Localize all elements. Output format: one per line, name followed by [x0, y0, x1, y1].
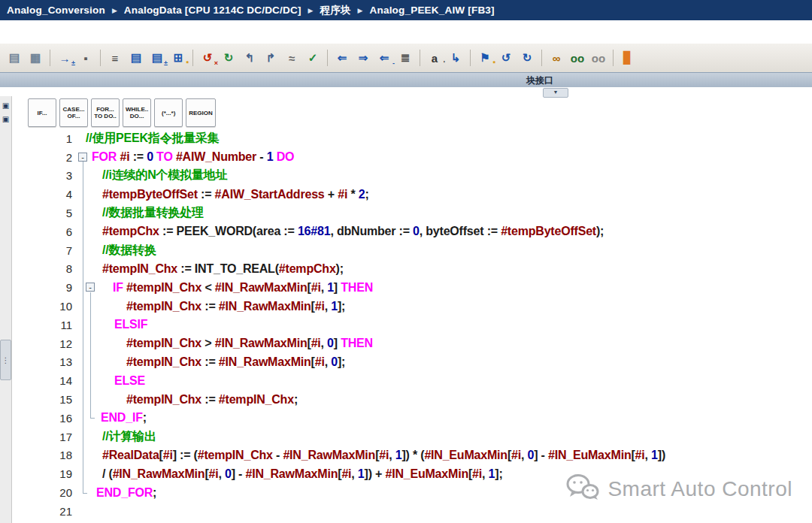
- consistency-check-icon[interactable]: ✓: [303, 49, 323, 67]
- indent-icon[interactable]: ⇒: [353, 49, 373, 67]
- left-edge-strip: ▣▣⋮: [0, 96, 12, 523]
- code-text: //使用PEEK指令批量采集: [72, 131, 812, 147]
- outdent-icon[interactable]: ⇐: [332, 49, 352, 67]
- code-line[interactable]: 4#tempByteOffSet := #AIW_StartAddress + …: [12, 185, 812, 204]
- code-line[interactable]: 2FOR #i := 0 TO #AIW_Number - 1 DO: [12, 148, 812, 167]
- open-blocks-icon[interactable]: ▤: [126, 49, 146, 67]
- code-text: / (#IN_RawMaxMin[#i, 0] - #IN_RawMaxMin[…: [72, 467, 812, 481]
- insert-row-icon[interactable]: →±: [55, 49, 74, 67]
- code-text: //i连续的N个模拟量地址: [72, 168, 812, 183]
- line-number: 1: [12, 132, 72, 145]
- favorites-icon-glyph: ⊞: [174, 51, 183, 65]
- renumber-icon-glyph: ≣: [401, 51, 411, 65]
- breadcrumb-separator-icon: ▶: [358, 7, 363, 14]
- monitor-off-icon[interactable]: oo: [589, 49, 608, 67]
- scl-code-editor[interactable]: 1//使用PEEK指令批量采集2FOR #i := 0 TO #AIW_Numb…: [12, 129, 812, 523]
- decrease-indent-icon[interactable]: ⇐-: [374, 49, 394, 67]
- favorites-icon[interactable]: ⊞*: [168, 49, 188, 67]
- declarations-pane-icon[interactable]: ▣: [1, 101, 11, 110]
- call-environment-icon[interactable]: ↺: [496, 49, 516, 67]
- collapse-region-icon[interactable]: -: [78, 153, 87, 162]
- code-line[interactable]: 8#tempIN_Chx := INT_TO_REAL(#tempChx);: [12, 260, 812, 279]
- go-to-next-icon[interactable]: ↻: [219, 49, 238, 67]
- toolbar-separator: [541, 50, 542, 66]
- update-call-icon[interactable]: ↻: [517, 49, 537, 67]
- view-grid-icon-glyph: ▦: [30, 51, 41, 65]
- link-icon[interactable]: ∞: [547, 49, 566, 67]
- tab-if[interactable]: IF...: [28, 98, 56, 127]
- display-format-icon[interactable]: a': [425, 49, 444, 67]
- breadcrumb: Analog_Conversion▶AnalogData [CPU 1214C …: [0, 0, 812, 20]
- code-text: #tempIN_Chx := INT_TO_REAL(#tempChx);: [72, 262, 812, 276]
- panel-splitter-handle[interactable]: ⋮: [0, 340, 11, 380]
- expand-blocks-icon[interactable]: ▤±: [147, 49, 167, 67]
- jump-back-icon[interactable]: ↰: [240, 49, 259, 67]
- pin-icon[interactable]: ▪: [76, 49, 95, 67]
- line-number: 17: [12, 431, 72, 443]
- flag-icon[interactable]: ⚑*: [475, 49, 495, 67]
- jump-forward-icon[interactable]: ↱: [261, 49, 280, 67]
- view-split-icon[interactable]: ▤: [5, 49, 24, 67]
- tab-while-do[interactable]: WHILE.. DO...: [123, 98, 151, 127]
- code-line[interactable]: 20END_FOR;: [12, 483, 812, 502]
- code-line[interactable]: 21: [12, 502, 812, 521]
- breadcrumb-item[interactable]: 程序块: [320, 4, 351, 17]
- line-list-icon[interactable]: ≡: [105, 49, 125, 67]
- compare-icon[interactable]: ≈: [282, 49, 301, 67]
- code-line[interactable]: 11ELSIF: [12, 316, 812, 334]
- breadcrumb-separator-icon: ▶: [112, 7, 117, 14]
- breadcrumb-item[interactable]: AnalogData [CPU 1214C DC/DC/DC]: [124, 5, 301, 16]
- monitor-on-icon[interactable]: oo: [568, 49, 587, 67]
- code-text: #tempIN_Chx := #tempIN_Chx;: [72, 393, 812, 407]
- code-line[interactable]: 14ELSE: [12, 371, 812, 390]
- tab-comment[interactable]: (*...*): [154, 98, 183, 127]
- code-line[interactable]: 15#tempIN_Chx := #tempIN_Chx;: [12, 390, 812, 409]
- construct-tab-row: IF...CASE... OF...FOR... TO DO..WHILE.. …: [28, 98, 216, 127]
- breadcrumb-item[interactable]: Analog_Conversion: [7, 5, 105, 16]
- code-line[interactable]: 13#tempIN_Chx := #IN_RawMaxMin[#i, 0];: [12, 353, 812, 372]
- line-number: 13: [12, 355, 72, 368]
- safety-mode-icon[interactable]: ▊: [618, 49, 638, 67]
- snippets-pane-icon[interactable]: ▣: [1, 114, 11, 124]
- code-text: //数据转换: [72, 243, 812, 258]
- code-line[interactable]: 10#tempIN_Chx := #IN_RawMaxMin[#i, 1];: [12, 297, 812, 316]
- monitor-off-icon-glyph: oo: [592, 52, 605, 65]
- decrease-indent-icon-glyph: ⇐: [380, 51, 389, 65]
- code-text: #tempIN_Chx := #IN_RawMaxMin[#i, 1];: [72, 300, 812, 313]
- breadcrumb-item[interactable]: Analog_PEEK_AIW [FB3]: [370, 5, 495, 16]
- code-line[interactable]: 16END_IF;: [12, 409, 812, 428]
- tab-for-to-do[interactable]: FOR... TO DO..: [91, 98, 120, 127]
- code-text: END_FOR;: [72, 486, 812, 500]
- fold-guide-tick: [90, 418, 95, 419]
- view-grid-icon[interactable]: ▦: [26, 49, 45, 67]
- jump-forward-icon-glyph: ↱: [266, 51, 276, 65]
- go-to-next-icon-glyph: ↻: [224, 51, 234, 65]
- line-number: 15: [12, 393, 72, 406]
- code-text: #tempChx := PEEK_WORD(area := 16#81, dbN…: [72, 225, 812, 238]
- line-list-icon-glyph: ≡: [112, 52, 119, 65]
- code-line[interactable]: 1//使用PEEK指令批量采集: [12, 129, 812, 148]
- code-line[interactable]: 3//i连续的N个模拟量地址: [12, 167, 812, 186]
- tab-case-of[interactable]: CASE... OF...: [59, 98, 88, 127]
- breadcrumb-separator-icon: ▶: [308, 7, 314, 14]
- code-line[interactable]: 19/ (#IN_RawMaxMin[#i, 0] - #IN_RawMaxMi…: [12, 464, 812, 483]
- code-line[interactable]: 7//数据转换: [12, 241, 812, 260]
- code-line[interactable]: 17//计算输出: [12, 428, 812, 446]
- renumber-icon[interactable]: ≣: [395, 49, 415, 67]
- code-line[interactable]: 5//数据批量转换处理: [12, 204, 812, 222]
- line-number: 2: [12, 151, 72, 164]
- code-line[interactable]: 12#tempIN_Chx > #IN_RawMaxMin[#i, 0] THE…: [12, 334, 812, 353]
- interface-collapse-handle[interactable]: ▼: [543, 88, 568, 98]
- insert-network-icon[interactable]: ↳: [446, 49, 465, 67]
- code-line[interactable]: 6#tempChx := PEEK_WORD(area := 16#81, db…: [12, 222, 812, 241]
- update-call-icon-glyph: ↻: [523, 51, 532, 65]
- code-line[interactable]: 18#RealData[#i] := (#tempIN_Chx - #IN_Ra…: [12, 446, 812, 465]
- insert-row-icon-badge: ±: [71, 59, 75, 67]
- outdent-icon-glyph: ⇐: [338, 51, 347, 65]
- code-line[interactable]: 9IF #tempIN_Chx < #IN_RawMaxMin[#i, 1] T…: [12, 278, 812, 297]
- code-text: #tempByteOffSet := #AIW_StartAddress + #…: [72, 188, 812, 201]
- collapse-region-icon[interactable]: -: [86, 283, 95, 292]
- discard-call-icon[interactable]: ↺×: [198, 49, 217, 67]
- toolbar-separator: [327, 50, 328, 66]
- tab-region[interactable]: REGION: [186, 98, 216, 127]
